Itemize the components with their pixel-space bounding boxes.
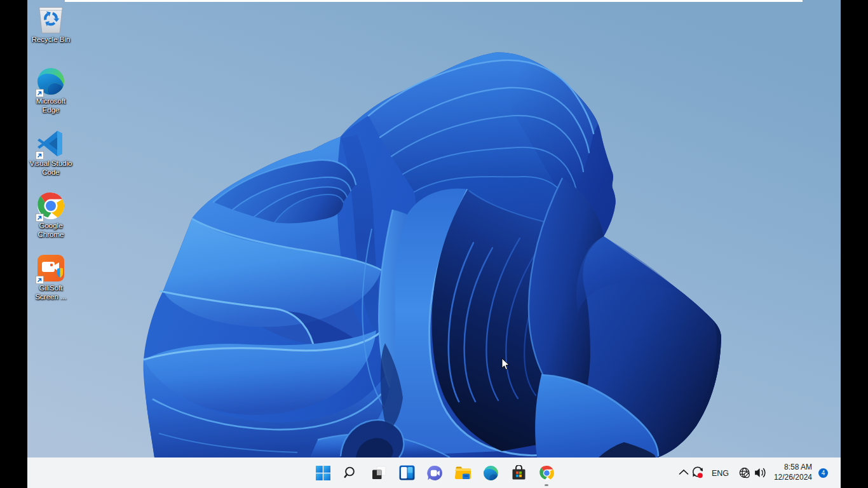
svg-text:ENG: ENG: [712, 469, 729, 478]
